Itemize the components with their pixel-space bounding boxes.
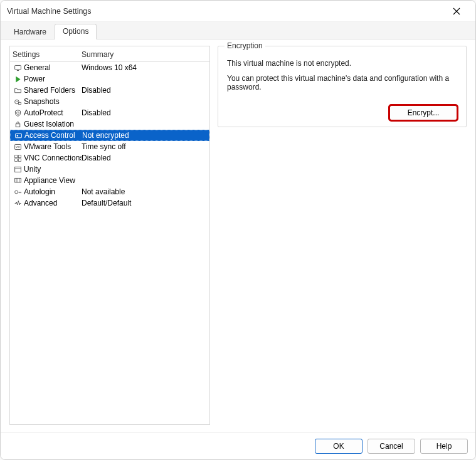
svg-rect-13 xyxy=(14,167,21,172)
folder-icon xyxy=(13,86,23,95)
settings-list-header: Settings Summary xyxy=(10,46,209,62)
lock-icon xyxy=(13,120,23,128)
list-item-name: Appliance View xyxy=(24,176,82,185)
header-summary[interactable]: Summary xyxy=(82,50,208,59)
list-item-name: Access Control xyxy=(24,131,82,140)
grid-icon xyxy=(13,154,23,162)
list-item-summary: Time sync off xyxy=(82,142,208,151)
tab-options[interactable]: Options xyxy=(55,24,97,39)
encryption-hint-text: You can protect this virtual machine's d… xyxy=(227,74,457,91)
list-item[interactable]: VNC ConnectionsDisabled xyxy=(10,152,209,164)
tab-hardware[interactable]: Hardware xyxy=(6,24,55,39)
list-item-name: Autologin xyxy=(24,187,82,196)
encryption-group: Encryption This virtual machine is not e… xyxy=(218,46,467,127)
svg-point-6 xyxy=(16,135,18,136)
vm-box-icon: vm xyxy=(13,143,23,151)
list-item-name: AutoProtect xyxy=(24,108,82,117)
vm-settings-window: Virtual Machine Settings Hardware Option… xyxy=(0,0,476,460)
list-item-name: Power xyxy=(24,75,82,83)
list-item[interactable]: Shared FoldersDisabled xyxy=(10,85,209,96)
list-item-summary: Disabled xyxy=(82,86,208,95)
list-item[interactable]: AutoProtectDisabled xyxy=(10,107,209,118)
list-item-name: Unity xyxy=(24,165,82,174)
close-icon xyxy=(453,8,460,15)
svg-point-15 xyxy=(14,191,18,194)
encryption-group-title: Encryption xyxy=(225,41,265,50)
detail-panel: Encryption This virtual machine is not e… xyxy=(218,46,467,425)
tab-bar: Hardware Options xyxy=(1,22,475,39)
list-item-name: General xyxy=(24,63,82,72)
window-icon xyxy=(13,165,23,174)
list-item[interactable]: Guest Isolation xyxy=(10,118,209,130)
titlebar: Virtual Machine Settings xyxy=(1,1,475,22)
list-item-summary: Default/Default xyxy=(82,199,208,207)
list-item-name: Advanced xyxy=(24,199,82,207)
list-item[interactable]: AdvancedDefault/Default xyxy=(10,197,209,209)
svg-rect-0 xyxy=(14,65,21,70)
svg-rect-9 xyxy=(14,155,17,157)
svg-rect-12 xyxy=(18,159,21,161)
waveform-icon xyxy=(13,199,23,207)
clock-camera-icon xyxy=(13,98,23,106)
list-item-name: VNC Connections xyxy=(24,154,82,162)
list-item[interactable]: GeneralWindows 10 x64 xyxy=(10,62,209,73)
list-item-name: Snapshots xyxy=(24,97,82,106)
list-item-name: Guest Isolation xyxy=(24,120,82,128)
list-item[interactable]: Power xyxy=(10,73,209,85)
keycard-icon xyxy=(13,132,23,140)
svg-rect-4 xyxy=(16,123,20,127)
list-item-summary: Windows 10 x64 xyxy=(82,63,208,72)
dialog-footer: OK Cancel Help xyxy=(1,433,475,459)
list-item-summary: Disabled xyxy=(82,108,208,117)
list-item[interactable]: Appliance View xyxy=(10,175,209,186)
encryption-status-text: This virtual machine is not encrypted. xyxy=(227,59,457,68)
encrypt-button[interactable]: Encrypt... xyxy=(389,105,457,120)
list-item[interactable]: AutologinNot available xyxy=(10,186,209,197)
shield-clock-icon xyxy=(13,109,23,117)
ok-button[interactable]: OK xyxy=(315,439,362,454)
svg-rect-11 xyxy=(14,159,17,161)
list-item[interactable]: Snapshots xyxy=(10,96,209,107)
svg-text:vm: vm xyxy=(16,145,19,149)
settings-list-body[interactable]: GeneralWindows 10 x64PowerShared Folders… xyxy=(10,62,209,424)
play-icon xyxy=(13,75,23,83)
list-item-summary: Disabled xyxy=(82,154,208,162)
list-item-name: Shared Folders xyxy=(24,86,82,95)
list-item-summary: Not available xyxy=(82,187,208,196)
settings-list-panel: Settings Summary GeneralWindows 10 x64Po… xyxy=(9,46,210,425)
list-item[interactable]: Access ControlNot encrypted xyxy=(10,130,209,141)
svg-point-3 xyxy=(16,112,19,114)
list-item-name: VMware Tools xyxy=(24,142,82,151)
svg-rect-10 xyxy=(18,155,21,157)
cancel-button[interactable]: Cancel xyxy=(368,439,415,454)
content-area: Settings Summary GeneralWindows 10 x64Po… xyxy=(1,39,475,433)
help-button[interactable]: Help xyxy=(420,439,468,454)
list-item-summary: Not encrypted xyxy=(82,131,208,140)
list-item[interactable]: Unity xyxy=(10,164,209,175)
monitor-icon xyxy=(13,64,23,72)
monitor-grid-icon xyxy=(13,177,23,185)
close-button[interactable] xyxy=(444,3,469,20)
svg-rect-5 xyxy=(15,133,21,138)
header-settings[interactable]: Settings xyxy=(13,50,82,59)
list-item[interactable]: vmVMware ToolsTime sync off xyxy=(10,141,209,152)
window-title: Virtual Machine Settings xyxy=(7,7,444,16)
key-icon xyxy=(13,188,23,196)
